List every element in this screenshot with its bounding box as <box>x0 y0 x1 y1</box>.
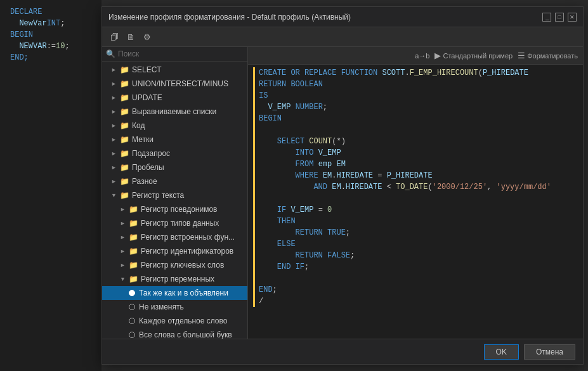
code-token: . <box>405 67 409 79</box>
radio-no-change[interactable]: Не изменять <box>102 300 247 314</box>
code-token: RETURN <box>259 79 286 90</box>
code-token: WHERE <box>296 170 318 181</box>
code-line: INTO V_EMP <box>248 147 583 159</box>
tree-item-ident-case[interactable]: ► 📁 Регистр идентификаторов <box>102 244 247 258</box>
ab-convert-button[interactable]: a→b <box>415 52 429 60</box>
folder-icon: 📁 <box>129 245 138 257</box>
code-token: EM <box>332 181 341 193</box>
code-line: FROM emp EM <box>248 159 583 170</box>
code-token: COUNT <box>309 136 332 147</box>
folder-icon: 📁 <box>120 134 129 145</box>
maximize-button[interactable]: □ <box>555 13 564 22</box>
page-icon[interactable]: 🗎 <box>124 30 138 44</box>
line-border <box>253 261 255 273</box>
tree-label: SELECT <box>132 64 162 75</box>
code-token: FUNCTION <box>341 67 378 79</box>
bg-line: DECLARE <box>5 6 96 18</box>
folder-icon: 📁 <box>129 259 138 271</box>
copy-page-icon[interactable]: 🗍 <box>107 30 121 44</box>
code-token: NUMBER <box>296 101 323 113</box>
tree-label: UPDATE <box>132 92 162 103</box>
arrow-icon: ▼ <box>120 273 129 285</box>
code-line: AND EM.HIREDATE < TO_DATE('2000/12/25', … <box>248 181 583 193</box>
line-border <box>253 193 255 204</box>
code-token: RETURN <box>296 250 323 261</box>
tree-item-update[interactable]: ► 📁 UPDATE <box>102 91 247 105</box>
gear-icon[interactable]: ⚙ <box>140 30 154 44</box>
arrow-icon: ► <box>111 78 120 89</box>
radio-as-declared[interactable]: Так же как и в объявлени <box>102 286 247 300</box>
code-token: V_EMP <box>318 147 341 159</box>
arrow-icon: ► <box>111 148 120 159</box>
sample-button[interactable]: ▶ Стандартный пример <box>434 51 513 60</box>
sample-icon: ▶ <box>434 51 441 60</box>
radio-each-word[interactable]: Каждое отдельное слово <box>102 314 247 328</box>
arrow-icon: ► <box>111 92 120 103</box>
search-input[interactable] <box>118 49 244 58</box>
code-line <box>248 273 583 284</box>
tree-label: UNION/INTERSECT/MINUS <box>132 78 228 89</box>
code-token: EM <box>336 159 345 170</box>
right-panel: a→b ▶ Стандартный пример ☰ Форматировать… <box>248 47 583 339</box>
arrow-icon: ► <box>111 120 120 131</box>
code-line: BEGIN <box>248 113 583 124</box>
radio-label: Не изменять <box>139 301 184 313</box>
cancel-button[interactable]: Отмена <box>524 344 575 360</box>
format-button[interactable]: ☰ Форматировать <box>518 51 578 60</box>
line-border <box>253 159 255 170</box>
code-token: IS <box>259 90 268 101</box>
tree-label: Код <box>132 120 145 131</box>
tree-item-builtin-case[interactable]: ► 📁 Регистр встроенных фун... <box>102 230 247 244</box>
code-token: / <box>259 296 263 307</box>
code-token: ELSE <box>277 238 296 250</box>
code-token: P_HIREDATE <box>483 67 528 79</box>
tree-item-text-case[interactable]: ▼ 📁 Регистр текста <box>102 188 247 202</box>
bg-line: END; <box>5 52 96 63</box>
tree-item-spaces[interactable]: ► 📁 Пробелы <box>102 160 247 174</box>
code-token: SCOTT <box>382 67 405 79</box>
tree-item-alias-case[interactable]: ► 📁 Регистр псевдонимов <box>102 202 247 216</box>
sample-label: Стандартный пример <box>443 52 513 60</box>
code-token: P_HIREDATE <box>387 170 433 181</box>
arrow-icon: ► <box>111 176 120 187</box>
radio-check-icon <box>129 318 135 324</box>
code-token: 0 <box>327 204 332 216</box>
bg-line: NewVar INT; <box>5 18 96 29</box>
arrow-icon: ► <box>111 162 120 173</box>
radio-check-icon <box>129 304 135 310</box>
tree-item-align-lists[interactable]: ► 📁 Выравниваемые списки <box>102 105 247 119</box>
tree-item-var-case[interactable]: ▼ 📁 Регистр переменных <box>102 272 247 286</box>
code-area[interactable]: CREATE OR REPLACE FUNCTION SCOTT.F_EMP_H… <box>248 65 583 339</box>
code-line: THEN <box>248 216 583 227</box>
tree-item-misc[interactable]: ► 📁 Разное <box>102 174 247 188</box>
tree-item-union[interactable]: ► 📁 UNION/INTERSECT/MINUS <box>102 77 247 91</box>
folder-icon: 📁 <box>120 92 129 103</box>
tree-item-keyword-case[interactable]: ► 📁 Регистр ключевых слов <box>102 258 247 272</box>
tree-item-subquery[interactable]: ► 📁 Подзапрос <box>102 146 247 160</box>
tree-item-select[interactable]: ► 📁 SELECT <box>102 63 247 77</box>
folder-icon: 📁 <box>129 218 138 229</box>
tree-label: Регистр встроенных фун... <box>141 231 235 243</box>
code-token: V_EMP <box>268 101 291 113</box>
line-border <box>253 284 255 296</box>
code-token: 'yyyy/mm/dd' <box>497 181 551 193</box>
line-border <box>253 136 255 147</box>
line-border <box>253 227 255 238</box>
ok-button[interactable]: OK <box>484 344 519 360</box>
modal-dialog: Изменение профиля форматирования - Defau… <box>101 6 584 365</box>
folder-icon: 📁 <box>120 162 129 173</box>
radio-label: Каждое отдельное слово <box>139 315 227 327</box>
line-border <box>253 181 255 193</box>
radio-all-upper[interactable]: Все слова с большой букв <box>102 328 247 339</box>
close-button[interactable]: ✕ <box>568 13 577 22</box>
tree-item-type-case[interactable]: ► 📁 Регистр типов данных <box>102 216 247 230</box>
code-line <box>248 124 583 136</box>
minimize-button[interactable]: ⎯ <box>542 13 551 22</box>
tree-item-labels[interactable]: ► 📁 Метки <box>102 133 247 146</box>
tree-item-code[interactable]: ► 📁 Код <box>102 119 247 133</box>
arrow-icon: ► <box>120 231 129 243</box>
bg-line: NEWVAR := 10; <box>5 41 96 52</box>
arrow-icon: ► <box>120 218 129 229</box>
tree-label: Метки <box>132 134 154 145</box>
tree-label: Регистр ключевых слов <box>141 259 224 271</box>
